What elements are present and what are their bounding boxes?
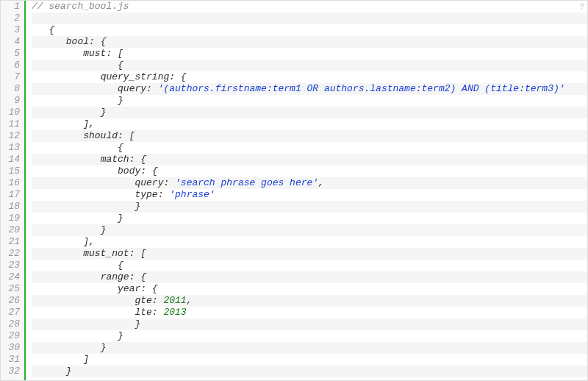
line-number: 21: [4, 236, 20, 248]
line-number: 15: [4, 165, 20, 177]
code-line: }: [32, 224, 587, 236]
code-line: query: '(authors.firstname:term1 OR auth…: [32, 83, 587, 95]
code-line: ],: [32, 236, 587, 248]
line-number: 24: [4, 271, 20, 283]
code-line: }: [32, 366, 587, 377]
code-line: bool: {: [32, 36, 587, 48]
code-line: should: [: [32, 130, 587, 142]
line-number: 11: [4, 118, 20, 130]
code-line: must: [: [32, 48, 587, 60]
code-line: ],: [32, 118, 587, 130]
line-number: 28: [4, 318, 20, 330]
line-number: 14: [4, 154, 20, 165]
code-line: {: [32, 24, 587, 36]
code-line: year: {: [32, 283, 587, 295]
line-number: 4: [4, 36, 20, 48]
line-number: 16: [4, 177, 20, 189]
line-number: 7: [4, 71, 20, 83]
code-line: ]: [32, 354, 587, 366]
line-number: 1: [4, 1, 20, 13]
code-line: }: [32, 213, 587, 224]
code-line: }: [32, 107, 587, 118]
line-number: 19: [4, 213, 20, 224]
line-number: 32: [4, 366, 20, 377]
code-line: lte: 2013: [32, 307, 587, 318]
code-line: body: {: [32, 165, 587, 177]
code-content: // search_bool.js { bool: { must: [ { qu…: [26, 1, 587, 380]
line-number: 27: [4, 307, 20, 318]
code-line: }: [32, 342, 587, 354]
code-line: }: [32, 318, 587, 330]
code-line: query_string: {: [32, 71, 587, 83]
line-number: 25: [4, 283, 20, 295]
code-line: type: 'phrase': [32, 189, 587, 201]
line-number: 20: [4, 224, 20, 236]
code-line: {: [32, 260, 587, 271]
line-number: 6: [4, 60, 20, 71]
line-number: 31: [4, 354, 20, 366]
code-line: }: [32, 95, 587, 107]
line-number: 9: [4, 95, 20, 107]
line-number: 2: [4, 13, 20, 24]
code-line: [32, 13, 587, 24]
code-line: range: {: [32, 271, 587, 283]
code-line: {: [32, 142, 587, 154]
line-number: 17: [4, 189, 20, 201]
line-number: 26: [4, 295, 20, 307]
code-line: }: [32, 201, 587, 213]
line-number: 12: [4, 130, 20, 142]
line-number: 8: [4, 83, 20, 95]
line-number: 10: [4, 107, 20, 118]
line-number: 22: [4, 248, 20, 260]
code-line: match: {: [32, 154, 587, 165]
code-line: // search_bool.js: [32, 1, 587, 13]
line-number: 3: [4, 24, 20, 36]
line-number-gutter: 1234567891011121314151617181920212223242…: [1, 1, 26, 380]
code-line: must_not: [: [32, 248, 587, 260]
line-number: 30: [4, 342, 20, 354]
line-number: 18: [4, 201, 20, 213]
code-line: {: [32, 60, 587, 71]
code-line: query: 'search phrase goes here',: [32, 177, 587, 189]
help-icon[interactable]: ?: [579, 2, 584, 11]
line-number: 5: [4, 48, 20, 60]
code-line: }: [32, 330, 587, 342]
line-number: 29: [4, 330, 20, 342]
line-number: 13: [4, 142, 20, 154]
code-line: gte: 2011,: [32, 295, 587, 307]
line-number: 23: [4, 260, 20, 271]
code-block: ? 12345678910111213141516171819202122232…: [0, 0, 588, 381]
